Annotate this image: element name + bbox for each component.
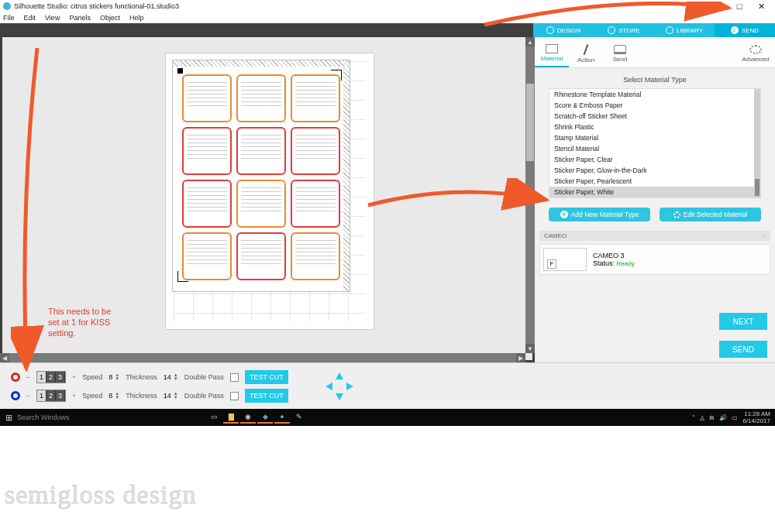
sticker[interactable] (291, 127, 340, 175)
maximize-button[interactable]: □ (728, 2, 750, 11)
tray-action-icon[interactable]: ▭ (732, 414, 738, 421)
device-bar[interactable]: CAMEO:: (539, 231, 770, 241)
nav-tab-design[interactable]: DESIGN (533, 23, 594, 37)
vertical-scrollbar[interactable]: ▲ ▼ (525, 37, 535, 353)
start-button[interactable]: ⊞ (0, 413, 17, 423)
menu-help[interactable]: Help (129, 14, 144, 22)
scroll-down-arrow[interactable]: ▼ (525, 344, 535, 353)
chrome-icon[interactable]: ◉ (240, 411, 256, 424)
sticker[interactable] (236, 74, 286, 122)
thickness-label: Thickness (126, 392, 157, 400)
explorer-icon[interactable]: ▇ (223, 411, 239, 424)
sticker[interactable] (291, 232, 340, 280)
jog-up[interactable] (336, 372, 343, 379)
edit-material-button[interactable]: Edit Selected Material (660, 208, 761, 221)
jog-right[interactable] (346, 383, 353, 390)
thickness-spinner[interactable]: 14▲▼ (164, 373, 178, 381)
tray-network-icon[interactable]: ◬ (700, 414, 704, 421)
cut-settings-panel: –123+Speed8▲▼Thickness14▲▼Double PassTES… (0, 362, 775, 409)
double-pass-checkbox[interactable] (230, 392, 239, 400)
menu-file[interactable]: File (3, 14, 15, 22)
menu-edit[interactable]: Edit (24, 14, 36, 22)
material-item[interactable]: Sticker Paper, White (549, 187, 760, 197)
material-item[interactable]: Sticker Paper, Clear (549, 154, 760, 165)
sticker[interactable] (291, 180, 340, 228)
close-button[interactable]: ✕ (750, 2, 772, 12)
material-item[interactable]: Sticker Paper, Glow-in-the-Dark (549, 165, 760, 176)
sticker[interactable] (182, 74, 232, 122)
scroll-thumb[interactable] (526, 84, 534, 161)
blade-selector[interactable]: 123 (36, 390, 66, 402)
material-item[interactable]: Stamp Material (549, 132, 760, 143)
send-icon: ✓ (731, 26, 739, 34)
tray-chevron-icon[interactable]: ˄ (692, 414, 695, 421)
device-row[interactable]: F CAMEO 3 Status: Ready (539, 244, 770, 275)
app-icon-1[interactable]: ◆ (257, 411, 273, 424)
silhouette-icon[interactable]: ● (274, 411, 290, 424)
thickness-spinner[interactable]: 14▲▼ (164, 392, 178, 400)
sticker[interactable] (182, 127, 232, 175)
blade-selector[interactable]: 123 (36, 371, 66, 383)
double-pass-checkbox[interactable] (230, 373, 239, 382)
sticker[interactable] (236, 127, 286, 175)
sticker[interactable] (236, 232, 286, 280)
work-area: ▲ ▼ ◀ ▶ Material Action Send Advanced Se… (0, 37, 775, 362)
menu-panels[interactable]: Panels (69, 14, 91, 22)
taskbar-clock[interactable]: 11:28 AM 6/14/2017 (742, 410, 770, 424)
material-item[interactable]: Stencil Material (549, 143, 760, 154)
sticker[interactable] (236, 180, 286, 228)
material-item[interactable]: Rhinestone Template Material (549, 89, 760, 100)
sticker[interactable] (291, 74, 340, 122)
material-list[interactable]: Rhinestone Template MaterialScore & Embo… (549, 89, 760, 197)
test-cut-button[interactable]: TEST CUT (245, 389, 288, 403)
scroll-left-arrow[interactable]: ◀ (0, 353, 9, 362)
watermark: semigloss design (5, 480, 196, 510)
design-page[interactable] (172, 60, 350, 292)
app-icon-2[interactable]: ✎ (291, 411, 307, 424)
pass-row: –123+Speed8▲▼Thickness14▲▼Double PassTES… (0, 386, 775, 405)
jog-left[interactable] (326, 383, 332, 390)
add-material-button[interactable]: +Add New Material Type (549, 208, 650, 221)
speed-spinner[interactable]: 8▲▼ (108, 373, 119, 381)
panel-tab-send[interactable]: Send (603, 40, 637, 67)
scroll-right-arrow[interactable]: ▶ (516, 353, 525, 362)
windows-taskbar[interactable]: ⊞ Search Windows ▭ ▇ ◉ ◆ ● ✎ ˄ ◬ ⋒ 🔊 ▭ 1… (0, 409, 775, 426)
speed-spinner[interactable]: 8▲▼ (108, 392, 119, 400)
menu-bar: File Edit View Panels Object Help (0, 12, 775, 23)
scroll-up-arrow[interactable]: ▲ (525, 37, 535, 46)
sticker[interactable] (182, 232, 232, 280)
next-button[interactable]: NEXT (719, 313, 767, 330)
send-button[interactable]: SEND (719, 341, 767, 358)
nav-tab-send[interactable]: ✓SEND (715, 23, 775, 37)
panel-tab-action[interactable]: Action (569, 40, 603, 67)
menu-object[interactable]: Object (100, 14, 120, 22)
sticker[interactable] (182, 180, 232, 228)
jog-down[interactable] (336, 393, 343, 400)
panel-tab-material[interactable]: Material (535, 40, 569, 67)
material-item[interactable]: Score & Emboss Paper (549, 100, 760, 111)
tray-volume-icon[interactable]: 🔊 (719, 414, 727, 421)
menu-view[interactable]: View (45, 14, 60, 22)
library-icon (666, 26, 673, 34)
test-cut-button[interactable]: TEST CUT (245, 370, 288, 384)
pass-row: –123+Speed8▲▼Thickness14▲▼Double PassTES… (0, 368, 775, 386)
nav-tab-library[interactable]: LIBRARY (654, 23, 715, 37)
taskview-icon[interactable]: ▭ (206, 411, 222, 424)
material-item[interactable]: Scratch-off Sticker Sheet (549, 111, 760, 122)
minimize-button[interactable]: — (707, 2, 728, 11)
tray-wifi-icon[interactable]: ⋒ (709, 414, 715, 421)
horizontal-scrollbar[interactable]: ◀ ▶ (0, 353, 525, 362)
pass-color-dot[interactable] (11, 391, 20, 400)
material-item[interactable]: Sticker Paper, Pearlescent (549, 176, 760, 187)
material-item[interactable]: Shrink Plastic (549, 122, 760, 132)
send-panel: Material Action Send Advanced Select Mat… (535, 37, 775, 362)
pass-color-dot[interactable] (11, 372, 20, 382)
material-header: Select Material Type (535, 68, 775, 88)
nav-tab-store[interactable]: STORE (594, 23, 654, 37)
material-list-scrollbar[interactable] (754, 89, 760, 197)
panel-tab-advanced[interactable]: Advanced (736, 40, 775, 67)
taskbar-search[interactable]: Search Windows (17, 414, 188, 421)
app-icon (3, 2, 11, 10)
gear-icon (673, 211, 680, 218)
jog-control[interactable] (326, 372, 353, 400)
